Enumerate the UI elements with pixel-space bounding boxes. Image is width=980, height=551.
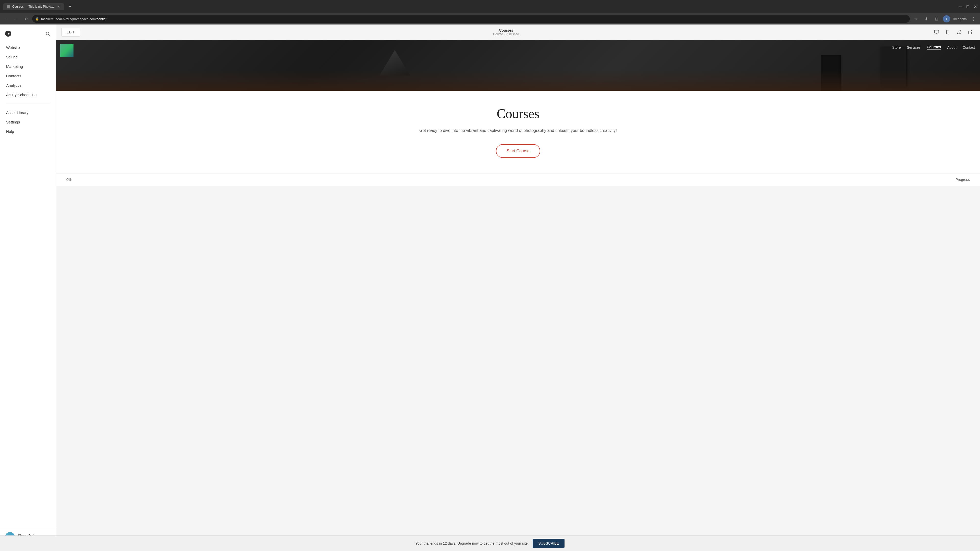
svg-rect-3 bbox=[9, 34, 11, 36]
sidebar-top-row bbox=[0, 30, 56, 43]
sidebar-item-website[interactable]: Website bbox=[0, 43, 56, 52]
window-controls: ─ □ ✕ bbox=[959, 4, 977, 9]
progress-label: Progress bbox=[956, 178, 970, 182]
more-options-icon[interactable]: ⋮ bbox=[970, 15, 977, 22]
tab-title: Courses — This is my Photograp… bbox=[12, 5, 55, 8]
header-floor bbox=[56, 70, 980, 91]
tab-close-icon[interactable]: × bbox=[57, 5, 61, 9]
squarespace-icon bbox=[5, 30, 12, 37]
toolbar-icons: ☆ ⬇ ⊡ I Incognito ⋮ bbox=[912, 15, 977, 22]
app-layout: Website Selling Marketing Contacts Analy… bbox=[0, 24, 980, 551]
trial-text: Your trial ends in 12 days. Upgrade now … bbox=[415, 541, 529, 545]
window-maximize-button[interactable]: □ bbox=[966, 4, 969, 9]
address-text: mackerel-seal-nldy.squarespace.com/confi… bbox=[41, 17, 907, 21]
svg-rect-9 bbox=[947, 30, 950, 34]
squarespace-logo[interactable] bbox=[4, 30, 12, 38]
svg-rect-6 bbox=[935, 30, 939, 33]
start-course-button[interactable]: Start Course bbox=[496, 144, 540, 158]
site-navigation: Store Services Courses About Contact bbox=[892, 45, 975, 50]
sidebar-item-help[interactable]: Help bbox=[0, 127, 56, 136]
view-controls bbox=[932, 27, 975, 37]
sidebar-nav: Website Selling Marketing Contacts Analy… bbox=[0, 43, 56, 528]
address-prefix: mackerel-seal-nldy.squarespace.com bbox=[41, 17, 96, 21]
address-bar-row: ← → ↻ 🔒 mackerel-seal-nldy.squarespace.c… bbox=[0, 13, 980, 24]
top-bar: EDIT Courses Course · Published bbox=[56, 24, 980, 40]
sidebar: Website Selling Marketing Contacts Analy… bbox=[0, 24, 56, 551]
site-header-bg bbox=[56, 40, 980, 91]
sidebar-item-selling[interactable]: Selling bbox=[0, 52, 56, 62]
page-status: Course · Published bbox=[493, 32, 519, 36]
search-icon bbox=[45, 32, 50, 36]
page-title: Courses bbox=[493, 28, 519, 32]
svg-rect-1 bbox=[9, 32, 11, 33]
external-link-button[interactable] bbox=[966, 27, 975, 37]
desktop-view-button[interactable] bbox=[932, 27, 941, 37]
back-button[interactable]: ← bbox=[3, 15, 10, 22]
site-logo[interactable] bbox=[60, 44, 73, 57]
preview-area: Store Services Courses About Contact Cou… bbox=[56, 40, 980, 186]
page-info: Courses Course · Published bbox=[493, 28, 519, 36]
main-content: EDIT Courses Course · Published bbox=[56, 24, 980, 551]
progress-percentage: 0% bbox=[66, 178, 72, 182]
sidebar-item-analytics[interactable]: Analytics bbox=[0, 81, 56, 90]
svg-rect-0 bbox=[6, 32, 8, 33]
svg-line-5 bbox=[48, 35, 49, 35]
svg-line-11 bbox=[970, 30, 972, 32]
svg-rect-2 bbox=[6, 34, 8, 36]
site-header: Store Services Courses About Contact bbox=[56, 40, 980, 91]
courses-heading: Courses bbox=[66, 106, 970, 121]
edit-button[interactable]: EDIT bbox=[61, 28, 80, 37]
mobile-icon bbox=[945, 30, 950, 35]
incognito-label: Incognito bbox=[953, 17, 967, 21]
reload-button[interactable]: ↻ bbox=[22, 15, 30, 22]
browser-tab[interactable]: Courses — This is my Photograp… × bbox=[3, 3, 64, 10]
site-nav-contact[interactable]: Contact bbox=[963, 45, 975, 49]
subscribe-button[interactable]: SUBSCRIBE bbox=[533, 539, 565, 548]
pen-icon bbox=[957, 30, 961, 35]
site-content: Courses Get ready to dive into the vibra… bbox=[56, 91, 980, 173]
window-close-button[interactable]: ✕ bbox=[974, 4, 977, 9]
search-button[interactable] bbox=[44, 30, 52, 38]
profile-icon[interactable]: I bbox=[943, 15, 950, 22]
pen-tool-button[interactable] bbox=[955, 27, 964, 37]
new-tab-button[interactable]: + bbox=[66, 3, 73, 10]
desktop-icon bbox=[934, 30, 939, 35]
browser-chrome: Courses — This is my Photograp… × + ─ □ … bbox=[0, 0, 980, 13]
sidebar-item-contacts[interactable]: Contacts bbox=[0, 71, 56, 81]
svg-point-4 bbox=[46, 32, 49, 35]
mobile-view-button[interactable] bbox=[943, 27, 953, 37]
site-nav-about[interactable]: About bbox=[947, 45, 956, 49]
sidebar-item-asset-library[interactable]: Asset Library bbox=[0, 108, 56, 118]
site-nav-store[interactable]: Store bbox=[892, 45, 900, 49]
lock-icon: 🔒 bbox=[35, 17, 39, 21]
sidebar-item-marketing[interactable]: Marketing bbox=[0, 62, 56, 71]
site-logo-image bbox=[60, 44, 73, 57]
download-icon[interactable]: ⬇ bbox=[923, 15, 930, 22]
nav-divider bbox=[6, 103, 50, 104]
window-minimize-button[interactable]: ─ bbox=[959, 4, 962, 9]
site-nav-courses[interactable]: Courses bbox=[927, 45, 941, 50]
courses-subtitle: Get ready to dive into the vibrant and c… bbox=[416, 127, 620, 134]
mirror-icon[interactable]: ⊡ bbox=[933, 15, 940, 22]
address-bar[interactable]: 🔒 mackerel-seal-nldy.squarespace.com/con… bbox=[32, 15, 910, 23]
tab-favicon bbox=[6, 5, 10, 8]
forward-button[interactable]: → bbox=[13, 15, 20, 22]
sidebar-item-settings[interactable]: Settings bbox=[0, 118, 56, 127]
sidebar-item-acuity-scheduling[interactable]: Acuity Scheduling bbox=[0, 90, 56, 100]
trial-banner: Your trial ends in 12 days. Upgrade now … bbox=[0, 535, 980, 551]
external-link-icon bbox=[968, 30, 973, 35]
bookmark-icon[interactable]: ☆ bbox=[912, 15, 920, 22]
progress-section: 0% Progress bbox=[56, 173, 980, 186]
address-suffix: /config/ bbox=[96, 17, 107, 21]
site-nav-services[interactable]: Services bbox=[907, 45, 921, 49]
